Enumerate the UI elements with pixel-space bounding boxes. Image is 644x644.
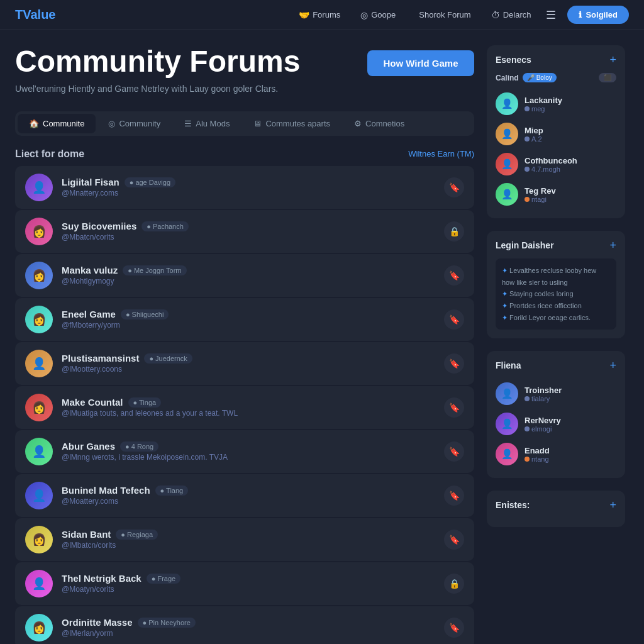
tab-community[interactable]: ◎Community xyxy=(97,114,172,133)
sidebar-user-meta: A.2 xyxy=(531,135,542,143)
forum-badge: ● Shiiguechi xyxy=(121,309,169,319)
list-filter-link[interactable]: Wiltnes Earn (TM) xyxy=(408,149,474,158)
forum-info: Plustisamansinst ● Juedernck @lMoottery.… xyxy=(62,353,435,374)
status-dot xyxy=(525,396,530,401)
site-logo[interactable]: TValue xyxy=(15,8,55,22)
forum-item[interactable]: 👤 Buninel Mad Tefech ● Tiang @Moattery.c… xyxy=(15,474,474,517)
forum-avatar: 👤 xyxy=(25,174,53,201)
nav-link-forums[interactable]: 🤝Forums xyxy=(290,6,349,24)
forum-avatar: 👤 xyxy=(25,570,53,597)
fliena-add-button[interactable]: + xyxy=(609,360,616,371)
hero-cta-button[interactable]: How Wirld Game xyxy=(367,50,474,76)
forum-action-button[interactable]: 🔖 xyxy=(444,309,464,330)
forum-name-row: Make Countal ● Tinga xyxy=(62,397,435,408)
forum-action-button[interactable]: 🔖 xyxy=(444,618,464,638)
forum-item[interactable]: 👩 Suy Bicovemiies ● Pachanch @Mbatcn/cor… xyxy=(15,210,474,253)
forum-info: Eneel Game ● Shiiguechi @fMboterry/yorm xyxy=(62,309,435,330)
forum-action-button[interactable]: 🔖 xyxy=(444,441,464,462)
sidebar-user-item[interactable]: 👤 Miep A.2 xyxy=(496,119,616,149)
forum-name: Ordinitte Masse xyxy=(62,617,133,628)
forum-name: Sidan Bant xyxy=(62,529,111,540)
avatar-char: 👩 xyxy=(32,621,46,635)
list-title: Liect for dome xyxy=(15,148,84,160)
avatar-char: 👤 xyxy=(32,577,46,591)
signup-label: Solgiled xyxy=(586,10,618,19)
forum-badge: ● Me Joggn Torm xyxy=(123,265,186,275)
tab-commutes-aparts[interactable]: 🖥Commutes aparts xyxy=(242,114,341,133)
forum-action-button[interactable]: 🔒 xyxy=(444,221,464,242)
forum-action-button[interactable]: 🔖 xyxy=(444,530,464,550)
forum-name: Thel Netrigk Back xyxy=(62,573,142,584)
sidebar-user-meta: meg xyxy=(531,105,545,113)
forum-item[interactable]: 👤 Plustisamansinst ● Juedernck @lMootter… xyxy=(15,342,474,385)
esenecs-card: Esenecs + Calind 🎤 Boloy ⬛ 👤 Lackanity m… xyxy=(487,45,625,218)
forums-icon: 🤝 xyxy=(299,10,309,20)
list-header: Liect for dome Wiltnes Earn (TM) xyxy=(15,148,474,160)
nav-link-shorok[interactable]: Shorok Forum xyxy=(407,6,479,23)
forum-badge: ● Pachanch xyxy=(142,221,189,231)
legin-daisher-header: Legin Daisher + xyxy=(496,240,616,251)
sidebar-avatar: 👤 xyxy=(496,183,518,206)
signup-button[interactable]: ℹ Solgiled xyxy=(567,6,629,24)
forum-item[interactable]: 👩 Ordinitte Masse ● Pin Neeyhore @lMerla… xyxy=(15,606,474,644)
avatar-char: 👩 xyxy=(32,401,46,414)
forum-name-row: Ligiital Fisan ● age Davigg xyxy=(62,177,435,187)
list-view-button[interactable]: ☰ xyxy=(540,4,562,26)
sidebar-avatar: 👤 xyxy=(496,413,518,435)
avatar-char: 👩 xyxy=(32,533,46,547)
forum-item[interactable]: 👩 Eneel Game ● Shiiguechi @fMboterry/yor… xyxy=(15,298,474,341)
tab-comnetios[interactable]: ⚙Comnetios xyxy=(343,114,416,133)
forum-item[interactable]: 👩 Manka vuluz ● Me Joggn Torm @Mohtlgymo… xyxy=(15,254,474,297)
sidebar-user-info: Cofhbunceoh 4.7.mogh xyxy=(525,156,577,173)
calendar-badge-icon: 🎤 xyxy=(527,74,535,81)
forum-item[interactable]: 👩 Make Countal ● Tinga @lMuatiga touts, … xyxy=(15,386,474,429)
forums-label: Forums xyxy=(313,10,340,19)
sidebar-user-item[interactable]: 👤 Teg Rev ntagi xyxy=(496,179,616,209)
nav-link-goope[interactable]: ◎Goope xyxy=(352,6,404,24)
forum-info: Buninel Mad Tefech ● Tiang @Moattery.com… xyxy=(62,485,435,506)
sidebar-user-item[interactable]: 👤 Lackanity meg xyxy=(496,89,616,119)
tab-communite[interactable]: 🏠Communite xyxy=(18,114,96,133)
sidebar-user-sub: A.2 xyxy=(525,135,543,143)
forum-name-row: Ordinitte Masse ● Pin Neeyhore xyxy=(62,617,435,628)
forum-action-button[interactable]: 🔒 xyxy=(444,574,464,594)
forum-name-row: Sidan Bant ● Regiaga xyxy=(62,529,435,540)
commutes-aparts-tab-icon: 🖥 xyxy=(253,119,262,128)
sidebar-user-item[interactable]: 👤 Enadd ntang xyxy=(496,439,616,469)
forum-item[interactable]: 👤 Thel Netrigk Back ● Frage @Moatyn/cori… xyxy=(15,562,474,605)
forum-action-button[interactable]: 🔖 xyxy=(444,486,464,506)
main-layout: Community Forums Uwel'eruning Hiently an… xyxy=(0,45,644,644)
forum-avatar: 👤 xyxy=(25,482,53,509)
goope-icon: ◎ xyxy=(360,10,368,20)
forum-action-button[interactable]: 🔖 xyxy=(444,397,464,418)
forum-action-button[interactable]: 🔖 xyxy=(444,265,464,286)
calendar-toggle[interactable]: ⬛ xyxy=(599,73,616,82)
forum-item[interactable]: 👤 Ligiital Fisan ● age Davigg @Mnattery.… xyxy=(15,166,474,209)
forum-avatar: 👩 xyxy=(25,526,53,553)
forum-avatar: 👩 xyxy=(25,394,53,421)
forum-action-button[interactable]: 🔖 xyxy=(444,353,464,374)
tab-alu-mods[interactable]: ☰Alu Mods xyxy=(173,114,241,133)
enistes-add-button[interactable]: + xyxy=(609,499,616,511)
fliena-title: Fliena xyxy=(496,360,521,370)
forum-action-button[interactable]: 🔖 xyxy=(444,177,464,197)
logo-main: Value xyxy=(23,8,55,21)
forum-item[interactable]: 👤 Abur Ganes ● 4 Rong @lMnng werots, i t… xyxy=(15,430,474,473)
forum-item[interactable]: 👩 Sidan Bant ● Regiaga @lMbatcn/corlts 🔖 xyxy=(15,518,474,561)
goope-label: Goope xyxy=(371,10,396,19)
forum-handle: @Mohtlgymogy xyxy=(62,277,435,286)
esenecs-add-button[interactable]: + xyxy=(609,54,616,65)
sidebar-user-sub: ntagi xyxy=(525,196,556,203)
sidebar-user-item[interactable]: 👤 Troinsher tialary xyxy=(496,379,616,409)
sidebar-user-item[interactable]: 👤 RerNevry elmogi xyxy=(496,409,616,439)
legin-daisher-add-button[interactable]: + xyxy=(609,240,616,251)
sidebar-user-info: Miep A.2 xyxy=(525,126,543,143)
sidebar-user-item[interactable]: 👤 Cofhbunceoh 4.7.mogh xyxy=(496,149,616,179)
sidebar-user-meta: tialary xyxy=(531,395,550,402)
forum-name: Ligiital Fisan xyxy=(62,177,119,187)
forum-name-row: Eneel Game ● Shiiguechi xyxy=(62,309,435,319)
nav-link-delarch[interactable]: ⏱Delarch xyxy=(482,6,540,24)
alu-mods-tab-label: Alu Mods xyxy=(196,119,230,128)
shorok-label: Shorok Forum xyxy=(419,10,470,19)
forum-handle: @lMuatiga touts, and leleones ad a your … xyxy=(62,409,435,418)
